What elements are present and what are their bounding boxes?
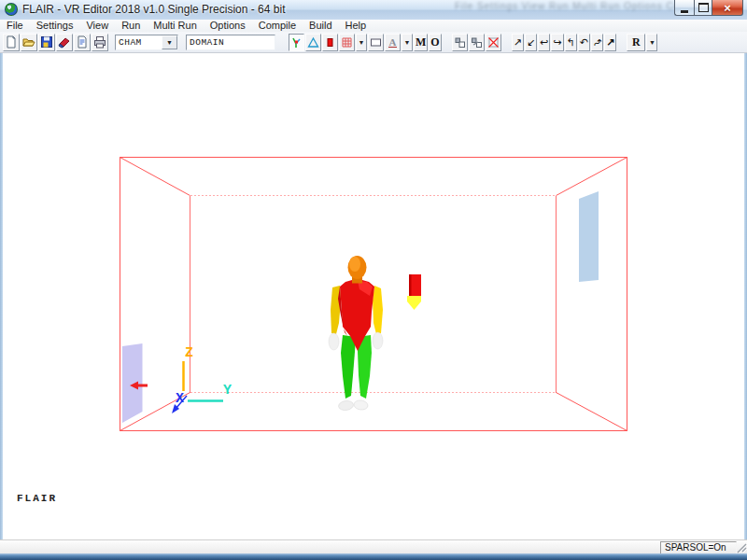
rotate-left-button[interactable]: ↩ (538, 34, 550, 51)
rotate-up-right-button[interactable]: ↗ (512, 34, 524, 51)
maximize-icon (698, 3, 709, 12)
zoom-view-button[interactable]: ↗ (604, 34, 616, 51)
toolbar: CHAM ▼ ▼ (0, 32, 747, 53)
reset-view-button[interactable]: R (627, 34, 645, 51)
menu-options[interactable]: Options (204, 20, 252, 32)
flair-watermark: FLAIR (17, 493, 57, 504)
mesh-toggle-button[interactable] (339, 34, 355, 51)
resize-grip[interactable] (737, 542, 747, 553)
outline-button[interactable]: O (429, 34, 441, 51)
titlebar-ghost-reflection: File Settings View Run Multi Run Options… (455, 1, 679, 11)
swivel-button[interactable]: ↝ (591, 34, 603, 51)
scene-svg[interactable]: Z Y X (3, 53, 744, 539)
monitor-button[interactable]: M (414, 34, 428, 51)
left-wall-panel[interactable] (122, 343, 143, 423)
erase-button[interactable] (56, 34, 73, 51)
rotate-down-left-button[interactable]: ↙ (525, 34, 537, 51)
minimize-icon (681, 10, 688, 13)
triangle-icon (307, 36, 319, 49)
fire-object-button[interactable] (322, 34, 338, 51)
app-icon (5, 3, 18, 16)
reset-view-dropdown-button[interactable]: ▼ (646, 34, 657, 51)
new-file-button[interactable] (3, 34, 20, 51)
menu-compile[interactable]: Compile (252, 20, 303, 32)
domain-field[interactable] (186, 35, 275, 50)
axis-z-label: Z (185, 345, 193, 361)
delete-x-icon (487, 36, 500, 49)
copy-object-button[interactable] (469, 34, 485, 51)
window-title: FLAIR - VR Editor 2018 v1.0 Single Preci… (22, 3, 285, 16)
mesh-grid-icon (341, 36, 353, 49)
squares-icon (454, 36, 466, 49)
mesh-dropdown-button[interactable]: ▼ (356, 34, 367, 51)
menu-settings[interactable]: Settings (30, 20, 80, 32)
angle-a-icon: A (387, 36, 399, 49)
copy-squares-icon (471, 36, 483, 49)
view-file-button[interactable] (74, 34, 91, 51)
angle-tool-button[interactable]: A (385, 34, 401, 51)
probe-position-button[interactable] (289, 34, 304, 51)
new-object-button[interactable] (368, 34, 384, 51)
save-file-button[interactable] (38, 34, 55, 51)
tilt-up-button[interactable]: ↰ (565, 34, 577, 51)
menu-file[interactable]: File (0, 20, 30, 32)
menu-view[interactable]: View (79, 20, 115, 32)
human-figure[interactable] (329, 256, 383, 412)
application-window: File Settings View Run Multi Run Options… (0, 0, 747, 560)
model-combobox[interactable]: CHAM ▼ (115, 35, 178, 50)
right-wall-panel[interactable] (579, 191, 599, 282)
open-file-button[interactable] (21, 34, 37, 51)
angle-dropdown-button[interactable]: ▼ (402, 34, 413, 51)
axis-indicator: Z Y X (172, 345, 232, 413)
rotate-right-button[interactable]: ↪ (551, 34, 563, 51)
sparsol-status: SPARSOL=On (660, 541, 737, 554)
menu-help[interactable]: Help (339, 20, 374, 32)
red-block-icon (324, 36, 336, 49)
combobox-dropdown-icon[interactable]: ▼ (162, 35, 177, 49)
menu-bar: File Settings View Run Multi Run Options… (0, 20, 747, 33)
menu-run[interactable]: Run (115, 20, 147, 32)
eraser-icon (58, 35, 71, 49)
window-border-bottom (0, 553, 747, 560)
axis-y-label: Y (223, 383, 232, 399)
view-file-icon (76, 35, 89, 49)
scene-canvas[interactable]: Z Y X (3, 53, 744, 539)
open-folder-icon (22, 35, 35, 49)
minimize-button[interactable] (674, 0, 694, 16)
delete-object-button[interactable] (486, 34, 501, 51)
fire-source[interactable] (407, 274, 421, 310)
status-bar: SPARSOL=On (0, 539, 747, 553)
printer-icon (93, 35, 106, 49)
white-rect-icon (370, 36, 382, 49)
swivel-arrow-icon: ↝ (590, 35, 605, 49)
wireframe-toggle-button[interactable] (305, 34, 321, 51)
maximize-button[interactable] (694, 0, 712, 16)
model-combobox-value: CHAM (116, 35, 162, 49)
probe-icon (290, 36, 303, 49)
menu-multirun[interactable]: Multi Run (147, 20, 203, 32)
save-floppy-icon (40, 35, 53, 49)
menu-build[interactable]: Build (303, 20, 338, 32)
close-icon: × (724, 2, 731, 14)
object-squares-button[interactable] (452, 34, 468, 51)
tilt-down-button[interactable]: ↶ (578, 34, 590, 51)
close-button[interactable]: × (712, 0, 743, 16)
print-button[interactable] (92, 34, 108, 51)
new-file-icon (5, 35, 18, 49)
svg-text:A: A (389, 36, 397, 48)
window-controls: × (674, 0, 743, 16)
title-bar[interactable]: File Settings View Run Multi Run Options… (0, 0, 747, 21)
